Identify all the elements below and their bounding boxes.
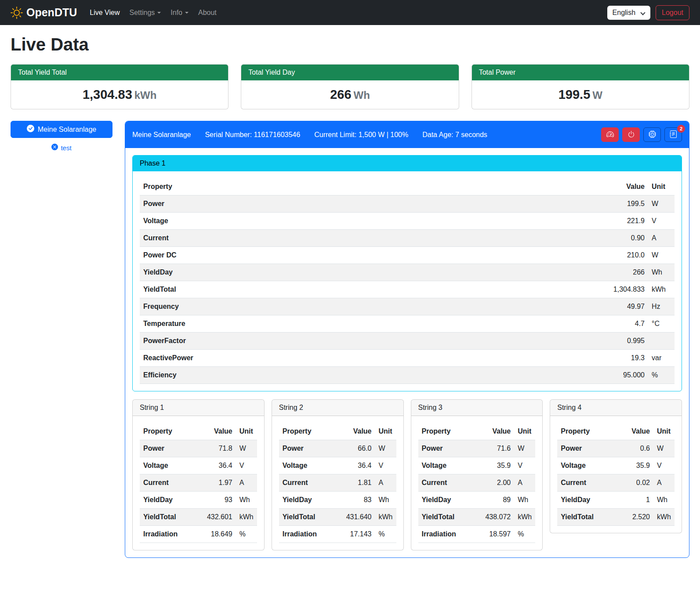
property-cell: Efficiency (140, 367, 587, 384)
table-row: PowerFactor0.995 (140, 333, 675, 350)
unit-cell: Wh (514, 492, 535, 509)
string-4-table: Property Value Unit Power0.6WVoltage35.9… (557, 423, 675, 526)
inverter-panel-header: Meine Solaranlage Serial Number: 1161716… (125, 121, 689, 148)
value-cell: 1.97 (203, 474, 236, 492)
col-unit: Unit (375, 423, 396, 440)
caret-down-icon (157, 12, 161, 14)
phase-table-body: Power199.5WVoltage221.9VCurrent0.90APowe… (140, 195, 675, 384)
property-cell: YieldDay (418, 492, 482, 509)
brand-label: OpenDTU (26, 6, 77, 19)
col-property: Property (140, 423, 203, 440)
inverter-item-label: Meine Solaranlage (38, 126, 96, 134)
unit-cell: W (236, 440, 257, 457)
string-title: String 3 (411, 400, 543, 416)
journal-text-icon (670, 130, 677, 139)
property-cell: Irradiation (418, 526, 482, 543)
nav-info[interactable]: Info (166, 5, 193, 20)
nav-settings[interactable]: Settings (124, 5, 166, 20)
property-cell: Irradiation (140, 526, 203, 543)
nav-settings-label: Settings (129, 9, 155, 17)
property-cell: Voltage (418, 457, 482, 474)
table-row: YieldTotal2.520kWh (557, 509, 675, 526)
nav-about[interactable]: About (193, 5, 221, 20)
inverter-item-selected[interactable]: Meine Solaranlage (11, 121, 112, 138)
unit-cell: Wh (236, 492, 257, 509)
value-cell: 221.9 (587, 213, 648, 230)
property-cell: Frequency (140, 298, 587, 315)
language-selected-value: English (613, 9, 635, 16)
brand[interactable]: OpenDTU (11, 6, 77, 19)
unit-cell: V (648, 213, 675, 230)
value-cell: 438.072 (482, 509, 514, 526)
string-1-card: String 1 Property Value Unit (132, 399, 265, 550)
property-cell: YieldTotal (140, 509, 203, 526)
col-value: Value (482, 423, 514, 440)
property-cell: Current (140, 474, 203, 492)
card-title: Total Yield Total (11, 65, 228, 80)
unit-cell: A (375, 474, 396, 492)
card-title: Total Power (472, 65, 689, 80)
total-power-card: Total Power 199.5W (472, 64, 689, 109)
language-select[interactable]: English (607, 6, 650, 20)
unit-cell: Wh (648, 264, 675, 281)
string-4-card: String 4 Property Value Unit (550, 399, 682, 533)
logout-button[interactable]: Logout (656, 5, 689, 20)
value-cell: 49.97 (587, 298, 648, 315)
string-title: String 2 (272, 400, 403, 416)
table-head: Property Value Unit (279, 423, 396, 440)
property-cell: Temperature (140, 315, 587, 333)
inverter-item-label: test (61, 144, 71, 152)
table-row: Current0.90A (140, 230, 675, 247)
navbar-right: English Logout (607, 5, 689, 20)
table-row: Power71.6W (418, 440, 536, 457)
event-log-button[interactable]: 2 (664, 127, 682, 142)
table-header-row: Property Value Unit (140, 178, 675, 195)
table-row: Power66.0W (279, 440, 396, 457)
table-row: YieldDay1Wh (557, 492, 675, 509)
col-unit: Unit (653, 423, 675, 440)
strings-row: String 1 Property Value Unit (132, 399, 682, 550)
inverter-name: Meine Solaranlage (132, 131, 191, 139)
property-cell: Current (418, 474, 482, 492)
value-cell: 36.4 (203, 457, 236, 474)
unit-cell: % (236, 526, 257, 543)
limit-settings-button[interactable] (601, 127, 619, 142)
string-3-card: String 3 Property Value Unit (411, 399, 543, 550)
table-row: Voltage221.9V (140, 213, 675, 230)
power-toggle-button[interactable] (622, 127, 640, 142)
value-cell: 0.90 (587, 230, 648, 247)
string-title: String 4 (550, 400, 682, 416)
property-cell: YieldDay (279, 492, 343, 509)
value-cell: 199.5 (587, 195, 648, 213)
unit-cell: A (236, 474, 257, 492)
unit-cell: % (648, 367, 675, 384)
property-cell: Voltage (140, 457, 203, 474)
string-4-table-body: Power0.6WVoltage35.9VCurrent0.02AYieldDa… (557, 440, 675, 526)
unit-cell: °C (648, 315, 675, 333)
card-body: 266Wh (241, 80, 458, 109)
string-card-body: Property Value Unit Power71.6WVoltage35.… (411, 416, 543, 543)
table-row: Power199.5W (140, 195, 675, 213)
value-cell: 1.81 (343, 474, 375, 492)
card-value: 266 (330, 87, 351, 101)
col-value: Value (587, 178, 648, 195)
card-body: 1,304.83kWh (11, 80, 228, 109)
property-cell: Voltage (279, 457, 343, 474)
string-1-table: Property Value Unit Power71.8WVoltage36.… (140, 423, 257, 543)
table-row: Irradiation18.597% (418, 526, 536, 543)
device-info-button[interactable] (643, 127, 661, 142)
page-container: Live Data Total Yield Total 1,304.83kWh … (0, 25, 700, 569)
col-property: Property (279, 423, 343, 440)
value-cell: 17.143 (343, 526, 375, 543)
value-cell: 1,304.833 (587, 281, 648, 298)
value-cell: 35.9 (621, 457, 653, 474)
total-yield-day-card: Total Yield Day 266Wh (241, 64, 459, 109)
nav-live-view[interactable]: Live View (85, 5, 124, 20)
nav-info-label: Info (170, 9, 182, 17)
inverter-item-test[interactable]: test (11, 144, 112, 152)
table-head: Property Value Unit (557, 423, 675, 440)
inverter-panel: Meine Solaranlage Serial Number: 1161716… (125, 121, 689, 558)
unit-cell: % (514, 526, 535, 543)
property-cell: Current (140, 230, 587, 247)
unit-cell: W (653, 440, 675, 457)
